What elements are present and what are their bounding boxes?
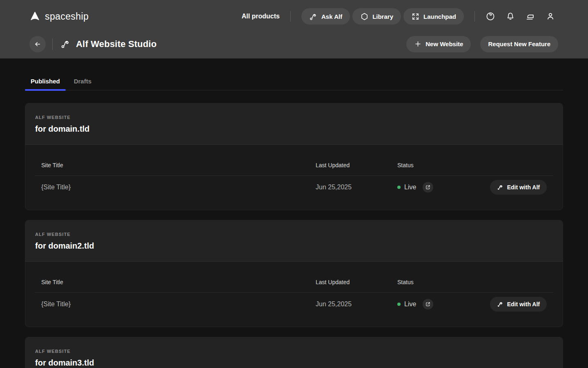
site-title-cell: {Site Title}	[35, 184, 316, 191]
table-row: {Site Title} Jun 25,2025 Live	[35, 293, 553, 316]
table-header-row: Site Title Last Updated Status	[35, 145, 553, 175]
column-last-updated: Last Updated	[316, 279, 397, 285]
site-title-cell: {Site Title}	[35, 301, 316, 308]
live-status-dot	[397, 186, 401, 189]
launchpad-button[interactable]: Launchpad	[403, 8, 464, 25]
request-new-feature-button[interactable]: Request New Feature	[480, 36, 558, 52]
library-button[interactable]: Library	[352, 8, 401, 25]
card-eyebrow: ALF WEBSITE	[35, 232, 553, 237]
status-cell: Live	[397, 182, 490, 193]
app-header: spaceship All products Ask Alf	[0, 0, 588, 58]
website-card-domain: ALF WEBSITE for domain.tld Site Title La…	[25, 103, 563, 210]
column-status: Status	[397, 162, 553, 168]
action-cell: Edit with Alf	[490, 180, 553, 195]
toolbar-title-wrap: Alf Website Studio	[60, 39, 157, 49]
last-updated-cell: Jun 25,2025	[316, 301, 397, 308]
edit-with-alf-label: Edit with Alf	[507, 301, 540, 307]
globe-icon[interactable]	[486, 11, 495, 21]
library-label: Library	[372, 13, 393, 20]
toolbar-actions: New Website Request New Feature	[406, 36, 558, 52]
new-website-button[interactable]: New Website	[406, 36, 471, 52]
nav-icon-group	[486, 11, 555, 21]
arrow-left-icon	[33, 40, 42, 48]
card-table: Site Title Last Updated Status {Site Tit…	[25, 145, 563, 210]
hexagon-icon	[360, 12, 369, 21]
status-cell: Live	[397, 299, 490, 310]
card-title: for domain3.tld	[35, 358, 553, 368]
alf-icon	[497, 184, 503, 191]
table-row: {Site Title} Jun 25,2025 Live	[35, 176, 553, 199]
website-card-list: ALF WEBSITE for domain.tld Site Title La…	[25, 103, 563, 368]
card-header: ALF WEBSITE for domain3.tld	[25, 337, 563, 368]
card-header: ALF WEBSITE for domain.tld	[25, 103, 563, 145]
column-status: Status	[397, 279, 553, 285]
brand-name: spaceship	[45, 11, 89, 22]
card-table: Site Title Last Updated Status {Site Tit…	[25, 262, 563, 327]
plus-icon	[414, 40, 422, 48]
edit-with-alf-button[interactable]: Edit with Alf	[490, 180, 547, 195]
column-site-title: Site Title	[35, 162, 316, 168]
tab-drafts[interactable]: Drafts	[68, 74, 97, 90]
alf-icon	[60, 39, 71, 49]
cart-icon[interactable]	[526, 11, 535, 21]
external-link-icon	[425, 184, 431, 191]
nav-pill-group: Ask Alf Library	[301, 8, 464, 25]
card-eyebrow: ALF WEBSITE	[35, 115, 553, 120]
card-header: ALF WEBSITE for domain2.tld	[25, 220, 563, 262]
open-site-button[interactable]	[423, 299, 433, 310]
column-last-updated: Last Updated	[316, 162, 397, 168]
ask-alf-button[interactable]: Ask Alf	[301, 8, 350, 25]
main-content: Published Drafts ALF WEBSITE for domain.…	[0, 74, 588, 368]
external-link-icon	[425, 301, 431, 307]
nav-divider	[474, 11, 475, 22]
top-nav: spaceship All products Ask Alf	[0, 0, 588, 33]
new-website-label: New Website	[425, 40, 463, 47]
spaceship-triangle-icon	[29, 11, 40, 22]
bell-icon[interactable]	[506, 11, 515, 21]
edit-with-alf-label: Edit with Alf	[507, 184, 540, 191]
live-status-dot	[397, 303, 401, 306]
website-card-domain2: ALF WEBSITE for domain2.tld Site Title L…	[25, 220, 563, 327]
product-toolbar: Alf Website Studio New Website Request N…	[0, 33, 588, 58]
last-updated-cell: Jun 25,2025	[316, 184, 397, 191]
action-cell: Edit with Alf	[490, 297, 553, 312]
website-card-domain3: ALF WEBSITE for domain3.tld	[25, 337, 563, 368]
request-new-feature-label: Request New Feature	[488, 40, 550, 47]
page-title: Alf Website Studio	[76, 39, 157, 49]
open-site-button[interactable]	[423, 182, 433, 193]
launchpad-label: Launchpad	[423, 13, 456, 20]
edit-with-alf-button[interactable]: Edit with Alf	[490, 297, 547, 312]
nav-divider	[290, 11, 291, 22]
alf-icon	[497, 301, 503, 307]
alf-icon	[309, 12, 318, 21]
status-badge: Live	[404, 301, 416, 308]
card-title: for domain2.tld	[35, 241, 553, 251]
nav-right: All products Ask Alf	[242, 8, 555, 25]
tab-published[interactable]: Published	[25, 74, 66, 90]
account-icon[interactable]	[546, 11, 555, 21]
table-header-row: Site Title Last Updated Status	[35, 262, 553, 292]
card-eyebrow: ALF WEBSITE	[35, 349, 553, 354]
brand-logo[interactable]: spaceship	[29, 11, 89, 22]
launch-arrows-icon	[411, 12, 420, 21]
back-button[interactable]	[29, 36, 46, 52]
card-title: for domain.tld	[35, 124, 553, 134]
toolbar-divider	[52, 38, 53, 50]
status-badge: Live	[404, 184, 416, 191]
tab-bar: Published Drafts	[25, 74, 563, 90]
ask-alf-label: Ask Alf	[321, 13, 342, 20]
column-site-title: Site Title	[35, 279, 316, 285]
all-products-link[interactable]: All products	[242, 13, 280, 20]
